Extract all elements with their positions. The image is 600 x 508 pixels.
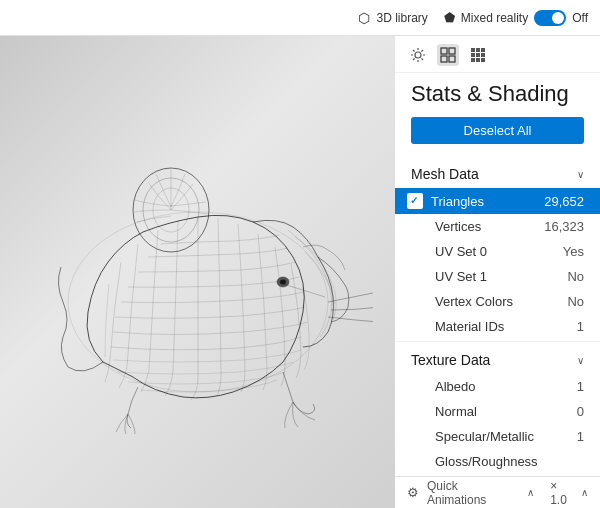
svg-rect-22	[471, 53, 475, 57]
svg-rect-21	[481, 48, 485, 52]
triangles-value: 29,652	[544, 194, 584, 209]
svg-line-13	[422, 50, 424, 52]
svg-rect-18	[449, 56, 455, 62]
svg-rect-20	[476, 48, 480, 52]
triangles-label: Triangles	[431, 194, 484, 209]
albedo-label: Albedo	[411, 379, 475, 394]
right-panel: Stats & Shading Deselect All Mesh Data ∨…	[395, 36, 600, 508]
sun-toolbar-icon[interactable]	[407, 44, 429, 66]
quick-animations-label[interactable]: Quick Animations	[427, 479, 519, 507]
specular-metallic-value: 1	[577, 429, 584, 444]
animations-icon: ⚙	[407, 485, 419, 500]
3d-viewport[interactable]	[0, 36, 395, 508]
cube-icon: ⬡	[358, 10, 370, 26]
mixed-reality-toggle[interactable]	[534, 10, 566, 26]
uv-set-1-row: UV Set 1 No	[395, 264, 600, 289]
vertex-colors-row: Vertex Colors No	[395, 289, 600, 314]
mesh-data-label: Mesh Data	[411, 166, 479, 182]
mesh-chevron-icon: ∨	[577, 169, 584, 180]
uv-set-0-value: Yes	[563, 244, 584, 259]
triangles-checkbox[interactable]: ✓	[407, 193, 423, 209]
top-bar: ⬡ 3D library ⬟ Mixed reality Off	[0, 0, 600, 36]
animations-chevron: ∧	[527, 487, 534, 498]
svg-point-6	[415, 52, 421, 58]
svg-line-12	[422, 59, 424, 61]
vertices-value: 16,323	[544, 219, 584, 234]
uv-set-0-row: UV Set 0 Yes	[395, 239, 600, 264]
texture-data-section-header[interactable]: Texture Data ∨	[395, 344, 600, 374]
material-ids-value: 1	[577, 319, 584, 334]
svg-rect-19	[471, 48, 475, 52]
deselect-all-button[interactable]: Deselect All	[411, 117, 584, 144]
vertices-label: Vertices	[411, 219, 481, 234]
panel-toolbar	[395, 36, 600, 73]
panel-content: Stats & Shading Deselect All Mesh Data ∨…	[395, 73, 600, 476]
panel-title: Stats & Shading	[395, 73, 600, 117]
mixed-reality-nav[interactable]: ⬟ Mixed reality Off	[444, 10, 588, 26]
svg-rect-23	[476, 53, 480, 57]
normal-value: 0	[577, 404, 584, 419]
vertex-colors-label: Vertex Colors	[411, 294, 513, 309]
grid-toolbar-icon[interactable]	[437, 44, 459, 66]
svg-rect-17	[441, 56, 447, 62]
dots-toolbar-icon[interactable]	[467, 44, 489, 66]
svg-rect-26	[476, 58, 480, 62]
material-ids-row: Material IDs 1	[395, 314, 600, 339]
triangles-row-left: ✓ Triangles	[407, 193, 484, 209]
normal-label: Normal	[411, 404, 477, 419]
svg-rect-16	[449, 48, 455, 54]
zoom-value: × 1.0	[550, 479, 577, 507]
svg-rect-25	[471, 58, 475, 62]
uv-set-1-value: No	[567, 269, 584, 284]
uv-set-1-label: UV Set 1	[411, 269, 487, 284]
library-label: 3D library	[376, 11, 427, 25]
zoom-chevron: ∧	[581, 487, 588, 498]
gloss-roughness-row: Gloss/Roughness	[395, 449, 600, 474]
albedo-value: 1	[577, 379, 584, 394]
texture-data-label: Texture Data	[411, 352, 490, 368]
mesh-data-section-header[interactable]: Mesh Data ∨	[395, 158, 600, 188]
section-divider-1	[395, 341, 600, 342]
triangles-row[interactable]: ✓ Triangles 29,652	[395, 188, 600, 214]
toggle-off-label: Off	[572, 11, 588, 25]
svg-rect-24	[481, 53, 485, 57]
main-area: Stats & Shading Deselect All Mesh Data ∨…	[0, 36, 600, 508]
svg-rect-27	[481, 58, 485, 62]
svg-rect-15	[441, 48, 447, 54]
library-nav[interactable]: ⬡ 3D library	[358, 10, 427, 26]
svg-line-11	[413, 50, 415, 52]
material-ids-label: Material IDs	[411, 319, 504, 334]
mixed-reality-icon: ⬟	[444, 10, 455, 25]
specular-metallic-row: Specular/Metallic 1	[395, 424, 600, 449]
vertex-colors-value: No	[567, 294, 584, 309]
svg-line-14	[413, 59, 415, 61]
gloss-roughness-label: Gloss/Roughness	[411, 454, 538, 469]
mouse-wireframe	[23, 92, 373, 452]
svg-point-5	[280, 280, 286, 285]
normal-row: Normal 0	[395, 399, 600, 424]
bottom-bar: ⚙ Quick Animations ∧ × 1.0 ∧	[395, 476, 600, 508]
uv-set-0-label: UV Set 0	[411, 244, 487, 259]
mixed-reality-label: Mixed reality	[461, 11, 528, 25]
specular-metallic-label: Specular/Metallic	[411, 429, 534, 444]
albedo-row: Albedo 1	[395, 374, 600, 399]
texture-chevron-icon: ∨	[577, 355, 584, 366]
zoom-control[interactable]: × 1.0 ∧	[550, 479, 588, 507]
vertices-row: Vertices 16,323	[395, 214, 600, 239]
